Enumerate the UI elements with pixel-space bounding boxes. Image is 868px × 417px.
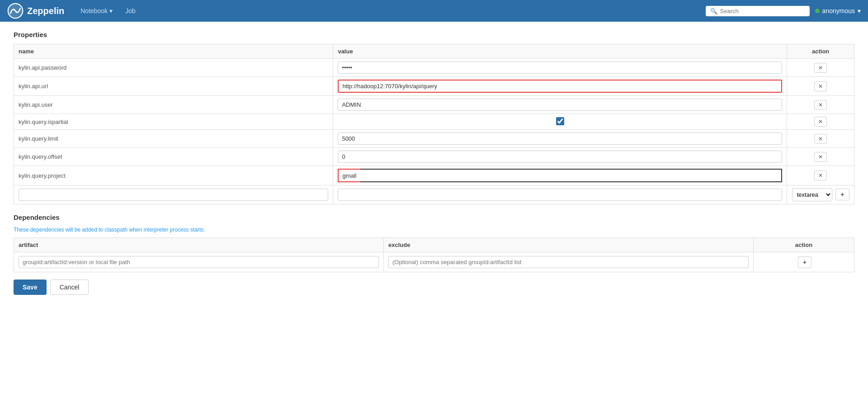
- remove-icon: ✕: [818, 83, 823, 90]
- action-buttons: Save Cancel: [14, 280, 854, 295]
- exclude-input[interactable]: [388, 256, 749, 268]
- remove-button[interactable]: ✕: [814, 81, 827, 91]
- remove-button[interactable]: ✕: [814, 63, 827, 73]
- col-header-name: name: [14, 44, 333, 59]
- brand-name: Zeppelin: [27, 6, 64, 16]
- prop-name: kylin.api.url: [19, 83, 48, 90]
- col-header-exclude: exclude: [383, 238, 753, 252]
- add-dependency-button[interactable]: +: [798, 256, 811, 268]
- new-dependency-row: +: [14, 252, 854, 272]
- prop-name: kylin.query.limit: [19, 135, 58, 142]
- prop-value-input[interactable]: [338, 62, 782, 74]
- table-row: kylin.api.url ✕: [14, 77, 854, 96]
- dependencies-note: These dependencies will be added to clas…: [14, 227, 854, 233]
- table-row: kylin.query.offset ✕: [14, 148, 854, 166]
- search-input[interactable]: [720, 8, 805, 14]
- table-row: kylin.query.ispartial ✕: [14, 114, 854, 130]
- project-suffix-input[interactable]: [360, 169, 782, 182]
- col-header-artifact: artifact: [14, 238, 384, 252]
- remove-button[interactable]: ✕: [814, 152, 827, 162]
- new-prop-name-input[interactable]: [19, 189, 328, 201]
- add-property-button[interactable]: +: [835, 189, 849, 200]
- dependencies-table: artifact exclude action +: [14, 237, 854, 272]
- prop-name: kylin.query.project: [19, 172, 66, 179]
- prop-value-input[interactable]: [338, 99, 782, 111]
- table-row: kylin.api.user ✕: [14, 96, 854, 114]
- prop-value-input[interactable]: [338, 133, 782, 145]
- notebook-dropdown-icon: ▾: [109, 7, 113, 14]
- search-box[interactable]: 🔍: [706, 6, 810, 16]
- remove-icon: ✕: [818, 118, 823, 125]
- remove-icon: ✕: [818, 172, 823, 179]
- new-property-row: textarea input checkbox select +: [14, 185, 854, 204]
- prop-name: kylin.query.offset: [19, 153, 62, 160]
- remove-icon: ✕: [818, 102, 823, 108]
- remove-icon: ✕: [818, 136, 823, 142]
- properties-section: Properties name value action kylin.api.p…: [14, 31, 854, 204]
- col-header-action: action: [787, 44, 854, 59]
- notebook-menu[interactable]: Notebook ▾: [75, 5, 118, 17]
- col-header-value: value: [333, 44, 787, 59]
- table-row: kylin.query.limit ✕: [14, 130, 854, 148]
- remove-icon: ✕: [818, 65, 823, 71]
- main-content: Properties name value action kylin.api.p…: [0, 22, 868, 417]
- navbar-right: 🔍 anonymous ▾: [706, 6, 861, 16]
- user-menu[interactable]: anonymous ▾: [815, 7, 861, 14]
- artifact-input[interactable]: [19, 256, 379, 268]
- properties-title: Properties: [14, 31, 854, 38]
- dependencies-section: Dependencies These dependencies will be …: [14, 213, 854, 272]
- add-dep-icon: +: [803, 259, 807, 266]
- project-prefix-value: gmall: [338, 169, 360, 182]
- remove-button[interactable]: ✕: [814, 117, 827, 127]
- username: anonymous: [822, 7, 855, 14]
- job-menu[interactable]: Job: [120, 5, 141, 17]
- search-icon: 🔍: [710, 8, 717, 14]
- prop-name: kylin.query.ispartial: [19, 118, 68, 125]
- prop-value-input[interactable]: [338, 151, 782, 163]
- properties-table: name value action kylin.api.password ✕ k…: [14, 44, 854, 204]
- brand-logo[interactable]: Zeppelin: [7, 3, 64, 19]
- navbar: Zeppelin Notebook ▾ Job 🔍 anonymous ▾: [0, 0, 868, 22]
- prop-name: kylin.api.user: [19, 101, 53, 108]
- remove-icon: ✕: [818, 154, 823, 160]
- navbar-menu: Notebook ▾ Job: [75, 5, 705, 17]
- add-icon: +: [840, 191, 844, 198]
- remove-button[interactable]: ✕: [814, 100, 827, 110]
- prop-value-input-url[interactable]: [338, 80, 782, 93]
- cancel-button[interactable]: Cancel: [50, 280, 89, 295]
- remove-button[interactable]: ✕: [814, 134, 827, 144]
- prop-name: kylin.api.password: [19, 64, 66, 71]
- new-prop-value-input[interactable]: [338, 189, 782, 201]
- user-dropdown-icon: ▾: [858, 7, 861, 14]
- user-online-dot: [815, 9, 820, 13]
- project-value-cell: gmall: [338, 169, 782, 182]
- remove-button[interactable]: ✕: [814, 171, 827, 180]
- dependencies-title: Dependencies: [14, 213, 854, 221]
- save-button[interactable]: Save: [14, 280, 47, 295]
- col-header-dep-action: action: [753, 238, 854, 252]
- prop-checkbox[interactable]: [556, 117, 564, 125]
- table-row: kylin.api.password ✕: [14, 59, 854, 77]
- new-prop-type-select[interactable]: textarea input checkbox select: [792, 188, 832, 201]
- table-row: kylin.query.project gmall ✕: [14, 166, 854, 185]
